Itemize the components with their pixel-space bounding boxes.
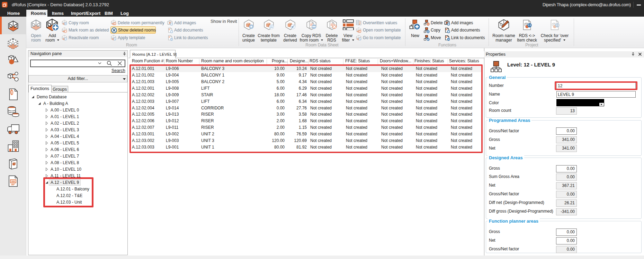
svg-text:1:1: 1:1: [556, 24, 559, 26]
svg-text:1:1: 1:1: [528, 24, 531, 26]
